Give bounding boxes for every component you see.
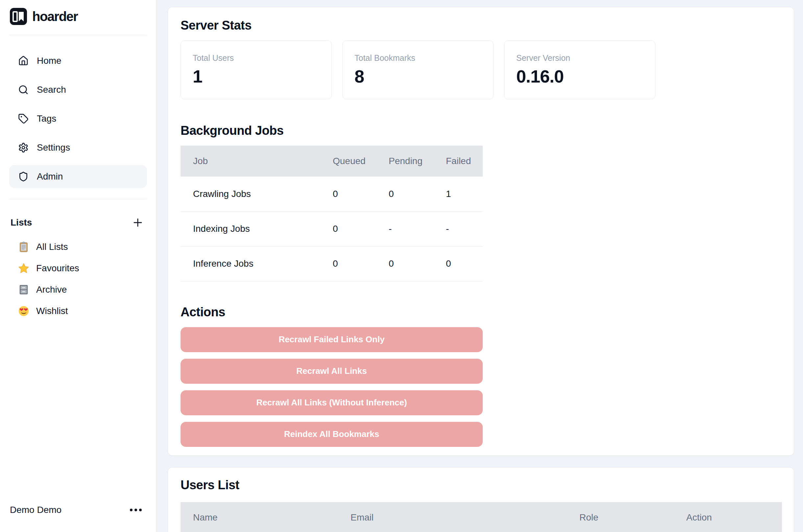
sidebar-item-label: Settings [37, 142, 70, 153]
shield-icon [18, 171, 29, 182]
table-row-crawling-jobs: Crawling Jobs 0 0 1 [180, 176, 483, 211]
queued-cell: 0 [320, 211, 376, 246]
home-icon [18, 55, 29, 66]
admin-card: Server Stats Total Users 1 Total Bookmar… [168, 7, 794, 456]
stat-value: 0.16.0 [516, 66, 643, 87]
user-name: Demo Demo [10, 505, 61, 515]
sidebar-item-label: Admin [37, 171, 63, 182]
column-header-name: Name [180, 502, 338, 532]
clipboard-icon [18, 241, 30, 253]
column-header-action: Action [674, 502, 782, 532]
table-row-indexing-jobs: Indexing Jobs 0 - - [180, 211, 483, 246]
admin-page: Server Stats Total Users 1 Total Bookmar… [156, 0, 803, 532]
list-item-archive[interactable]: Archive [9, 280, 147, 299]
stat-card-server-version: Server Version 0.16.0 [504, 40, 655, 99]
table-header-row: Name Email Role Action [180, 502, 782, 532]
column-header-email: Email [338, 502, 567, 532]
queued-cell: 0 [320, 176, 376, 211]
pending-cell: 0 [376, 246, 434, 281]
stat-card-total-bookmarks: Total Bookmarks 8 [342, 40, 494, 99]
sidebar: hoarder Home Search [0, 0, 156, 532]
actions-section: Recrawl Failed Links Only Recrawl All Li… [180, 327, 483, 447]
stat-label: Server Version [516, 53, 643, 63]
server-stats-row: Total Users 1 Total Bookmarks 8 Server V… [180, 40, 781, 99]
sidebar-item-label: Tags [37, 113, 56, 124]
heart-eyes-icon [18, 305, 30, 317]
user-row: Demo Demo [9, 500, 147, 519]
failed-cell: - [434, 211, 483, 246]
column-header-pending: Pending [376, 146, 434, 176]
recrawl-all-links-without-inference-button[interactable]: Recrawl All Links (Without Inference) [180, 390, 483, 415]
sidebar-item-settings[interactable]: Settings [9, 136, 147, 159]
background-jobs-table: Job Queued Pending Failed Crawling Jobs … [180, 146, 483, 282]
star-icon [18, 262, 30, 274]
sidebar-divider-top [9, 35, 147, 35]
tag-icon [18, 113, 29, 124]
ellipsis-icon [129, 507, 143, 513]
sidebar-divider-lists [9, 199, 147, 199]
add-list-button[interactable] [131, 215, 145, 230]
user-menu-button[interactable] [129, 507, 143, 513]
stat-label: Total Users [193, 53, 320, 63]
actions-title: Actions [180, 305, 781, 319]
recrawl-all-links-button[interactable]: Recrawl All Links [180, 359, 483, 384]
list-item-favourites[interactable]: Favourites [9, 259, 147, 278]
pending-cell: - [376, 211, 434, 246]
plus-icon [132, 216, 144, 229]
table-header-row: Job Queued Pending Failed [180, 146, 483, 176]
list-item-label: Wishlist [36, 306, 68, 316]
lists-header: Lists [9, 214, 147, 231]
list-item-label: All Lists [36, 242, 68, 252]
table-row-inference-jobs: Inference Jobs 0 0 0 [180, 246, 483, 281]
settings-icon [18, 142, 29, 153]
column-header-queued: Queued [320, 146, 376, 176]
sidebar-item-tags[interactable]: Tags [9, 107, 147, 130]
list-item-all-lists[interactable]: All Lists [9, 238, 147, 256]
column-header-job: Job [180, 146, 320, 176]
background-jobs-title: Background Jobs [180, 124, 781, 138]
server-stats-title: Server Stats [180, 18, 781, 33]
lists-title: Lists [11, 217, 32, 228]
sidebar-item-label: Search [37, 84, 66, 95]
recrawl-failed-links-button[interactable]: Recrawl Failed Links Only [180, 327, 483, 352]
stat-label: Total Bookmarks [355, 53, 481, 63]
stat-card-total-users: Total Users 1 [180, 40, 332, 99]
users-list-table: Name Email Role Action [180, 502, 782, 532]
hoarder-logo[interactable]: hoarder [9, 8, 147, 25]
sidebar-item-label: Home [37, 56, 61, 66]
list-item-label: Favourites [36, 263, 79, 273]
list-item-label: Archive [36, 284, 67, 295]
stat-value: 1 [193, 66, 320, 87]
archive-cabinet-icon [18, 284, 30, 296]
queued-cell: 0 [320, 246, 376, 281]
hoarder-app: hoarder Home Search [0, 0, 803, 532]
hoarder-logo-icon [10, 8, 27, 25]
job-name-cell: Crawling Jobs [180, 176, 320, 211]
job-name-cell: Inference Jobs [180, 246, 320, 281]
failed-cell: 1 [434, 176, 483, 211]
sidebar-item-search[interactable]: Search [9, 78, 147, 101]
failed-cell: 0 [434, 246, 483, 281]
brand-name: hoarder [32, 9, 78, 24]
reindex-all-bookmarks-button[interactable]: Reindex All Bookmarks [180, 422, 483, 447]
sidebar-item-home[interactable]: Home [9, 49, 147, 72]
users-list-title: Users List [180, 478, 781, 492]
job-name-cell: Indexing Jobs [180, 211, 320, 246]
pending-cell: 0 [376, 176, 434, 211]
sidebar-item-admin[interactable]: Admin [9, 165, 147, 188]
lists-section: All Lists Favourites [9, 238, 147, 321]
stat-value: 8 [355, 66, 481, 87]
sidebar-spacer [9, 321, 147, 500]
users-card: Users List Name Email Role Action [168, 467, 794, 532]
primary-nav: Home Search Tags [9, 49, 147, 188]
column-header-failed: Failed [434, 146, 483, 176]
search-icon [18, 84, 29, 95]
column-header-role: Role [567, 502, 674, 532]
list-item-wishlist[interactable]: Wishlist [9, 302, 147, 321]
